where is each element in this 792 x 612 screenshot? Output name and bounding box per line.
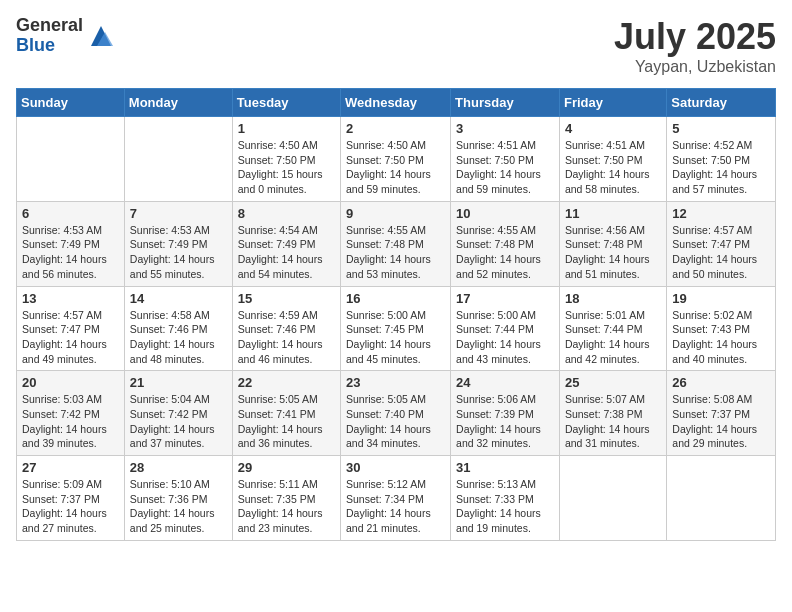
day-info: Sunrise: 4:55 AM Sunset: 7:48 PM Dayligh… <box>456 223 554 282</box>
day-info: Sunrise: 5:00 AM Sunset: 7:44 PM Dayligh… <box>456 308 554 367</box>
calendar-header-saturday: Saturday <box>667 89 776 117</box>
day-info: Sunrise: 5:06 AM Sunset: 7:39 PM Dayligh… <box>456 392 554 451</box>
calendar-week-row: 27Sunrise: 5:09 AM Sunset: 7:37 PM Dayli… <box>17 456 776 541</box>
calendar-cell: 9Sunrise: 4:55 AM Sunset: 7:48 PM Daylig… <box>341 201 451 286</box>
day-info: Sunrise: 5:05 AM Sunset: 7:40 PM Dayligh… <box>346 392 445 451</box>
day-info: Sunrise: 4:57 AM Sunset: 7:47 PM Dayligh… <box>22 308 119 367</box>
day-info: Sunrise: 4:56 AM Sunset: 7:48 PM Dayligh… <box>565 223 661 282</box>
day-number: 18 <box>565 291 661 306</box>
day-info: Sunrise: 5:09 AM Sunset: 7:37 PM Dayligh… <box>22 477 119 536</box>
calendar-week-row: 6Sunrise: 4:53 AM Sunset: 7:49 PM Daylig… <box>17 201 776 286</box>
calendar-header-row: SundayMondayTuesdayWednesdayThursdayFrid… <box>17 89 776 117</box>
calendar-cell: 18Sunrise: 5:01 AM Sunset: 7:44 PM Dayli… <box>559 286 666 371</box>
day-info: Sunrise: 4:59 AM Sunset: 7:46 PM Dayligh… <box>238 308 335 367</box>
calendar-cell: 22Sunrise: 5:05 AM Sunset: 7:41 PM Dayli… <box>232 371 340 456</box>
day-number: 9 <box>346 206 445 221</box>
logo-icon <box>87 22 115 50</box>
day-number: 21 <box>130 375 227 390</box>
day-info: Sunrise: 4:53 AM Sunset: 7:49 PM Dayligh… <box>130 223 227 282</box>
calendar-cell: 12Sunrise: 4:57 AM Sunset: 7:47 PM Dayli… <box>667 201 776 286</box>
day-info: Sunrise: 5:08 AM Sunset: 7:37 PM Dayligh… <box>672 392 770 451</box>
day-number: 20 <box>22 375 119 390</box>
day-number: 5 <box>672 121 770 136</box>
day-info: Sunrise: 4:52 AM Sunset: 7:50 PM Dayligh… <box>672 138 770 197</box>
calendar-cell: 10Sunrise: 4:55 AM Sunset: 7:48 PM Dayli… <box>451 201 560 286</box>
day-info: Sunrise: 4:50 AM Sunset: 7:50 PM Dayligh… <box>238 138 335 197</box>
day-number: 24 <box>456 375 554 390</box>
day-number: 15 <box>238 291 335 306</box>
day-number: 23 <box>346 375 445 390</box>
calendar-cell <box>124 117 232 202</box>
calendar-cell: 2Sunrise: 4:50 AM Sunset: 7:50 PM Daylig… <box>341 117 451 202</box>
calendar-cell: 27Sunrise: 5:09 AM Sunset: 7:37 PM Dayli… <box>17 456 125 541</box>
calendar-cell <box>17 117 125 202</box>
day-info: Sunrise: 4:50 AM Sunset: 7:50 PM Dayligh… <box>346 138 445 197</box>
day-number: 29 <box>238 460 335 475</box>
calendar-cell: 20Sunrise: 5:03 AM Sunset: 7:42 PM Dayli… <box>17 371 125 456</box>
day-number: 1 <box>238 121 335 136</box>
day-info: Sunrise: 5:03 AM Sunset: 7:42 PM Dayligh… <box>22 392 119 451</box>
calendar-cell: 23Sunrise: 5:05 AM Sunset: 7:40 PM Dayli… <box>341 371 451 456</box>
day-info: Sunrise: 5:11 AM Sunset: 7:35 PM Dayligh… <box>238 477 335 536</box>
day-number: 30 <box>346 460 445 475</box>
calendar-cell: 8Sunrise: 4:54 AM Sunset: 7:49 PM Daylig… <box>232 201 340 286</box>
day-info: Sunrise: 4:58 AM Sunset: 7:46 PM Dayligh… <box>130 308 227 367</box>
day-number: 22 <box>238 375 335 390</box>
day-number: 4 <box>565 121 661 136</box>
calendar-cell: 1Sunrise: 4:50 AM Sunset: 7:50 PM Daylig… <box>232 117 340 202</box>
calendar-cell: 5Sunrise: 4:52 AM Sunset: 7:50 PM Daylig… <box>667 117 776 202</box>
calendar-cell <box>559 456 666 541</box>
calendar-cell: 25Sunrise: 5:07 AM Sunset: 7:38 PM Dayli… <box>559 371 666 456</box>
day-number: 16 <box>346 291 445 306</box>
calendar-week-row: 20Sunrise: 5:03 AM Sunset: 7:42 PM Dayli… <box>17 371 776 456</box>
day-info: Sunrise: 4:57 AM Sunset: 7:47 PM Dayligh… <box>672 223 770 282</box>
calendar-cell: 7Sunrise: 4:53 AM Sunset: 7:49 PM Daylig… <box>124 201 232 286</box>
calendar-cell: 16Sunrise: 5:00 AM Sunset: 7:45 PM Dayli… <box>341 286 451 371</box>
day-info: Sunrise: 4:51 AM Sunset: 7:50 PM Dayligh… <box>565 138 661 197</box>
day-info: Sunrise: 4:51 AM Sunset: 7:50 PM Dayligh… <box>456 138 554 197</box>
day-number: 3 <box>456 121 554 136</box>
page-header: General Blue July 2025 Yaypan, Uzbekista… <box>16 16 776 76</box>
day-number: 28 <box>130 460 227 475</box>
calendar-week-row: 13Sunrise: 4:57 AM Sunset: 7:47 PM Dayli… <box>17 286 776 371</box>
title-block: July 2025 Yaypan, Uzbekistan <box>614 16 776 76</box>
day-number: 19 <box>672 291 770 306</box>
day-number: 17 <box>456 291 554 306</box>
day-info: Sunrise: 5:02 AM Sunset: 7:43 PM Dayligh… <box>672 308 770 367</box>
calendar-table: SundayMondayTuesdayWednesdayThursdayFrid… <box>16 88 776 541</box>
calendar-cell: 29Sunrise: 5:11 AM Sunset: 7:35 PM Dayli… <box>232 456 340 541</box>
calendar-cell: 19Sunrise: 5:02 AM Sunset: 7:43 PM Dayli… <box>667 286 776 371</box>
day-info: Sunrise: 4:54 AM Sunset: 7:49 PM Dayligh… <box>238 223 335 282</box>
calendar-cell: 31Sunrise: 5:13 AM Sunset: 7:33 PM Dayli… <box>451 456 560 541</box>
calendar-header-friday: Friday <box>559 89 666 117</box>
day-number: 11 <box>565 206 661 221</box>
month-title: July 2025 <box>614 16 776 58</box>
location-title: Yaypan, Uzbekistan <box>614 58 776 76</box>
logo: General Blue <box>16 16 115 56</box>
day-info: Sunrise: 5:05 AM Sunset: 7:41 PM Dayligh… <box>238 392 335 451</box>
day-number: 31 <box>456 460 554 475</box>
day-info: Sunrise: 5:12 AM Sunset: 7:34 PM Dayligh… <box>346 477 445 536</box>
day-info: Sunrise: 4:53 AM Sunset: 7:49 PM Dayligh… <box>22 223 119 282</box>
day-number: 6 <box>22 206 119 221</box>
calendar-cell: 26Sunrise: 5:08 AM Sunset: 7:37 PM Dayli… <box>667 371 776 456</box>
calendar-cell: 13Sunrise: 4:57 AM Sunset: 7:47 PM Dayli… <box>17 286 125 371</box>
day-number: 8 <box>238 206 335 221</box>
calendar-header-wednesday: Wednesday <box>341 89 451 117</box>
day-info: Sunrise: 5:13 AM Sunset: 7:33 PM Dayligh… <box>456 477 554 536</box>
calendar-cell: 6Sunrise: 4:53 AM Sunset: 7:49 PM Daylig… <box>17 201 125 286</box>
day-number: 14 <box>130 291 227 306</box>
calendar-cell: 28Sunrise: 5:10 AM Sunset: 7:36 PM Dayli… <box>124 456 232 541</box>
day-number: 10 <box>456 206 554 221</box>
day-number: 27 <box>22 460 119 475</box>
day-info: Sunrise: 5:00 AM Sunset: 7:45 PM Dayligh… <box>346 308 445 367</box>
calendar-cell: 3Sunrise: 4:51 AM Sunset: 7:50 PM Daylig… <box>451 117 560 202</box>
day-info: Sunrise: 4:55 AM Sunset: 7:48 PM Dayligh… <box>346 223 445 282</box>
day-number: 12 <box>672 206 770 221</box>
day-number: 26 <box>672 375 770 390</box>
calendar-cell: 14Sunrise: 4:58 AM Sunset: 7:46 PM Dayli… <box>124 286 232 371</box>
calendar-cell: 17Sunrise: 5:00 AM Sunset: 7:44 PM Dayli… <box>451 286 560 371</box>
logo-general-text: General <box>16 16 83 36</box>
day-info: Sunrise: 5:04 AM Sunset: 7:42 PM Dayligh… <box>130 392 227 451</box>
calendar-header-monday: Monday <box>124 89 232 117</box>
